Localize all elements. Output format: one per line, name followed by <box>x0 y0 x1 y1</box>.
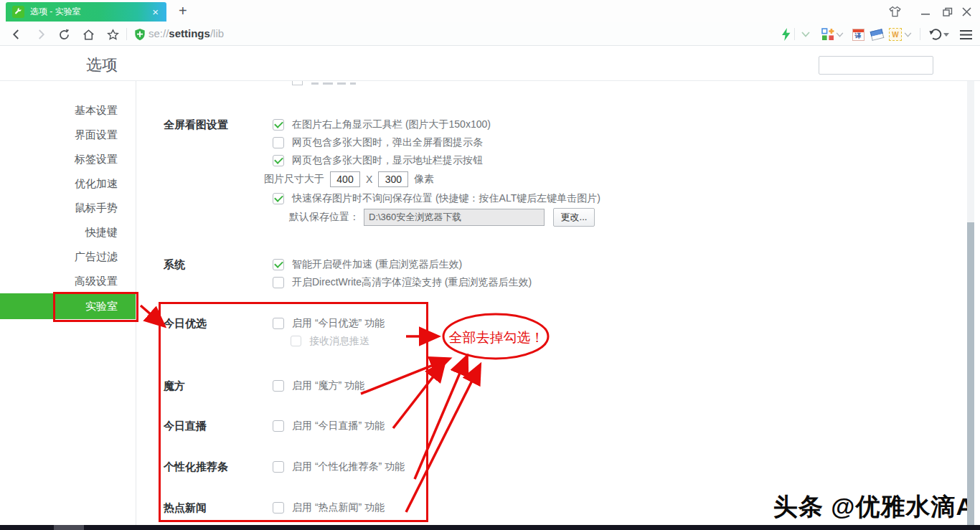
chevron-down-icon[interactable] <box>798 27 814 42</box>
bottom-edge-segment <box>54 525 84 530</box>
clipped-text-fragment <box>311 82 319 85</box>
checkbox-label: 开启DirectWrite高清字体渲染支持 (重启浏览器后生效) <box>292 276 532 289</box>
toolbar-separator <box>126 28 127 40</box>
lab-group-rows: 启用 “今日直播” 功能 <box>273 417 789 435</box>
change-path-button[interactable]: 更改... <box>553 208 595 227</box>
new-tab-button[interactable]: + <box>174 1 192 21</box>
sidebar-item[interactable]: 鼠标手势 <box>0 196 136 220</box>
accelerate-lightning-icon[interactable] <box>778 27 793 42</box>
checkbox-label: 在图片右上角显示工具栏 (图片大于150x100) <box>292 118 491 131</box>
clipped-checkbox-fragment <box>292 81 303 85</box>
browser-tab[interactable]: 选项 - 实验室 × <box>6 2 166 22</box>
refresh-icon[interactable] <box>56 27 72 42</box>
minimize-icon[interactable] <box>921 4 930 19</box>
netbank-w-icon[interactable]: W <box>887 27 903 42</box>
checkbox[interactable] <box>273 502 284 514</box>
checkbox-label: 网页包含多张大图时，弹出全屏看图提示条 <box>292 136 483 149</box>
url-host: settings <box>169 27 210 39</box>
checkbox[interactable] <box>291 336 301 346</box>
toolbar-separator <box>794 28 795 40</box>
chevron-down-icon[interactable] <box>903 27 913 42</box>
back-icon[interactable] <box>9 27 24 42</box>
site-security-shield-icon[interactable] <box>132 27 148 42</box>
settings-row: 默认保存位置：更改... <box>289 207 789 227</box>
checkbox[interactable] <box>273 420 284 432</box>
settings-page-header: 选项 <box>0 46 980 81</box>
sidebar-item[interactable]: 高级设置 <box>0 269 136 293</box>
favorites-star-icon[interactable] <box>105 27 121 42</box>
checkbox[interactable] <box>273 277 284 288</box>
checkbox[interactable] <box>273 137 284 148</box>
eraser-icon[interactable] <box>869 27 885 42</box>
checkbox-label: 启用 “热点新闻” 功能 <box>292 501 385 514</box>
clipped-text-fragment <box>350 82 356 85</box>
checkbox[interactable] <box>273 193 284 204</box>
sidebar-item[interactable]: 快捷键 <box>0 220 136 245</box>
tab-title: 选项 - 实验室 <box>30 6 151 18</box>
search-input[interactable] <box>827 58 956 72</box>
checkbox[interactable] <box>273 155 284 166</box>
checkbox[interactable] <box>273 380 284 392</box>
save-path-input[interactable] <box>364 209 545 226</box>
sidebar-item[interactable]: 标签设置 <box>0 147 136 171</box>
w-glyph: W <box>889 28 902 41</box>
settings-sidebar: 基本设置界面设置标签设置优化加速鼠标手势快捷键广告过滤高级设置实验室 <box>0 81 136 525</box>
sidebar-item[interactable]: 基本设置 <box>0 98 136 123</box>
settings-row: 智能开启硬件加速 (重启浏览器后生效) <box>273 255 789 273</box>
settings-row: 网页包含多张大图时，显示地址栏提示按钮 <box>273 151 789 169</box>
checkbox[interactable] <box>273 259 284 270</box>
sidebar-item[interactable]: 界面设置 <box>0 123 136 147</box>
scrollbar-thumb[interactable] <box>967 222 974 525</box>
image-width-input[interactable] <box>330 171 360 187</box>
sidebar-item[interactable]: 实验室 <box>0 293 136 319</box>
chevron-down-icon[interactable] <box>834 27 844 42</box>
address-bar[interactable]: se://settings/lib <box>149 27 224 39</box>
lab-group-rows: 启用 “魔方” 功能 <box>273 377 789 394</box>
settings-wrench-icon <box>12 6 24 18</box>
translate-glyph: 译 <box>853 32 864 40</box>
caret-down-icon[interactable] <box>942 27 951 42</box>
checkbox-label: 启用 “今日优选” 功能 <box>292 317 385 330</box>
translate-icon[interactable]: 译 <box>850 27 866 42</box>
close-icon[interactable] <box>962 4 971 19</box>
checkbox-label: 启用 “个性化推荐条” 功能 <box>292 460 405 473</box>
section-rows-fullscreen-viewer: 在图片右上角显示工具栏 (图片大于150x100)网页包含多张大图时，弹出全屏看… <box>273 115 789 227</box>
settings-row: 启用 “今日直播” 功能 <box>273 417 789 435</box>
home-icon[interactable] <box>80 27 96 42</box>
checkbox[interactable] <box>273 318 284 329</box>
lab-group-label: 魔方 <box>164 377 271 394</box>
checkbox-label: 智能开启硬件加速 (重启浏览器后生效) <box>292 258 462 271</box>
bottom-edge-bar <box>0 525 980 530</box>
label-text: 图片尺寸大于 <box>264 173 324 186</box>
checkbox-label: 网页包含多张大图时，显示地址栏提示按钮 <box>292 154 483 167</box>
checkbox[interactable] <box>273 461 284 473</box>
toolbar-separator <box>920 28 920 40</box>
checkbox-label: 启用 “今日直播” 功能 <box>292 420 385 432</box>
restore-icon[interactable] <box>943 4 953 19</box>
forward-icon[interactable] <box>33 27 49 42</box>
sidebar-item[interactable]: 广告过滤 <box>0 245 136 269</box>
sidebar-item[interactable]: 优化加速 <box>0 171 136 196</box>
settings-row: 启用 “个性化推荐条” 功能 <box>273 458 789 475</box>
settings-row: 在图片右上角显示工具栏 (图片大于150x100) <box>273 115 789 133</box>
clipped-text-fragment <box>323 82 333 85</box>
dimension-separator: X <box>366 174 372 185</box>
url-scheme: se:// <box>149 27 169 39</box>
undo-restore-icon[interactable] <box>927 27 943 42</box>
lab-group-rows: 启用 “今日优选” 功能接收消息推送 <box>273 314 789 350</box>
watermark: 头条 @优雅水滴A <box>773 491 974 524</box>
skin-icon[interactable] <box>888 4 902 19</box>
lab-group-label: 个性化推荐条 <box>164 458 271 475</box>
section-label-system: 系统 <box>164 255 271 273</box>
sidebar-list: 基本设置界面设置标签设置优化加速鼠标手势快捷键广告过滤高级设置实验室 <box>0 81 136 319</box>
settings-row: 网页包含多张大图时，弹出全屏看图提示条 <box>273 133 789 151</box>
extensions-grid-icon[interactable] <box>820 27 836 42</box>
tab-close-icon[interactable]: × <box>151 6 160 17</box>
image-height-input[interactable] <box>378 171 408 187</box>
section-label-fullscreen-viewer: 全屏看图设置 <box>164 115 271 133</box>
checkbox[interactable] <box>273 119 284 131</box>
lab-group-rows: 启用 “个性化推荐条” 功能 <box>273 458 789 475</box>
settings-search-box[interactable] <box>819 56 933 75</box>
menu-icon[interactable] <box>958 27 974 42</box>
lab-group-label: 热点新闻 <box>164 498 271 516</box>
